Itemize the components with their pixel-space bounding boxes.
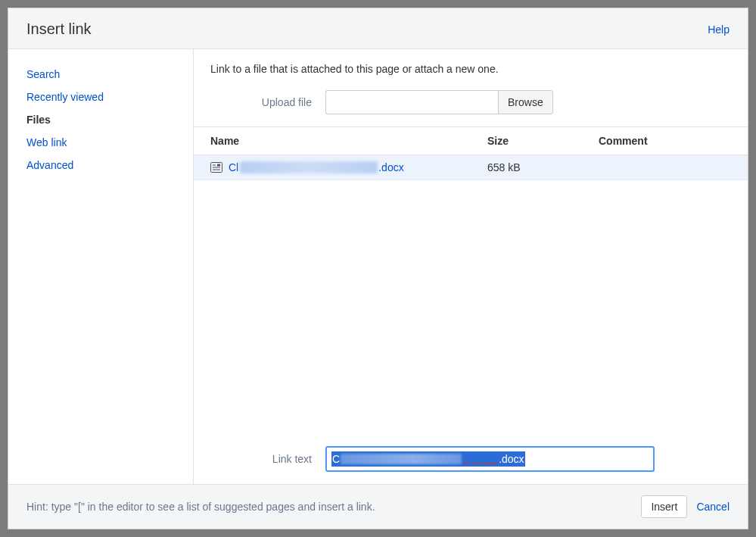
link-text-prefix: C [332, 453, 340, 465]
sidebar-item-web-link[interactable]: Web link [8, 131, 193, 154]
panel-description: Link to a file that is attached to this … [210, 63, 731, 75]
upload-input-group: Browse [325, 90, 553, 114]
link-text-selection: C .docx [331, 451, 525, 467]
link-text-label: Link text [210, 453, 325, 465]
column-comment: Comment [599, 135, 731, 147]
upload-row: Upload file Browse [210, 90, 731, 114]
spellcheck-underline [464, 463, 497, 464]
files-panel: Link to a file that is attached to this … [194, 49, 748, 484]
sidebar-item-files[interactable]: Files [8, 108, 193, 131]
link-text-suffix: .docx [499, 453, 524, 465]
link-text-input[interactable]: C .docx [325, 446, 655, 472]
dialog-header: Insert link Help [8, 8, 748, 49]
browse-button[interactable]: Browse [498, 90, 553, 114]
link-text-redacted [341, 454, 462, 464]
file-size: 658 kB [487, 161, 599, 173]
footer-hint: Hint: type "[" in the editor to see a li… [26, 501, 375, 513]
svg-rect-4 [217, 164, 220, 167]
column-size: Size [487, 135, 599, 147]
link-text-row: Link text C .docx [210, 434, 731, 472]
table-header: Name Size Comment [194, 127, 748, 155]
file-name-redacted [240, 161, 378, 173]
file-name-cell: Cl .docx [210, 161, 487, 173]
document-icon [210, 162, 222, 173]
file-link[interactable]: Cl .docx [229, 161, 404, 173]
sidebar-item-recently-viewed[interactable]: Recently viewed [8, 86, 193, 108]
file-table: Name Size Comment [194, 126, 748, 434]
dialog-body: Search Recently viewed Files Web link Ad… [8, 49, 748, 484]
column-name: Name [210, 135, 487, 147]
upload-file-input[interactable] [325, 90, 498, 114]
footer-actions: Insert Cancel [641, 495, 730, 518]
cancel-link[interactable]: Cancel [696, 501, 730, 513]
dialog-title: Insert link [26, 20, 92, 38]
help-link[interactable]: Help [708, 23, 730, 36]
file-name-prefix: Cl [229, 161, 240, 173]
dialog-footer: Hint: type "[" in the editor to see a li… [8, 484, 748, 529]
sidebar-item-advanced[interactable]: Advanced [8, 154, 193, 176]
file-name-suffix: .docx [378, 161, 403, 173]
sidebar-item-search[interactable]: Search [8, 63, 193, 86]
insert-button[interactable]: Insert [641, 495, 687, 518]
sidebar: Search Recently viewed Files Web link Ad… [8, 49, 194, 484]
upload-label: Upload file [210, 96, 325, 108]
table-row[interactable]: Cl .docx 658 kB [194, 155, 748, 180]
insert-link-dialog: Insert link Help Search Recently viewed … [8, 8, 748, 529]
